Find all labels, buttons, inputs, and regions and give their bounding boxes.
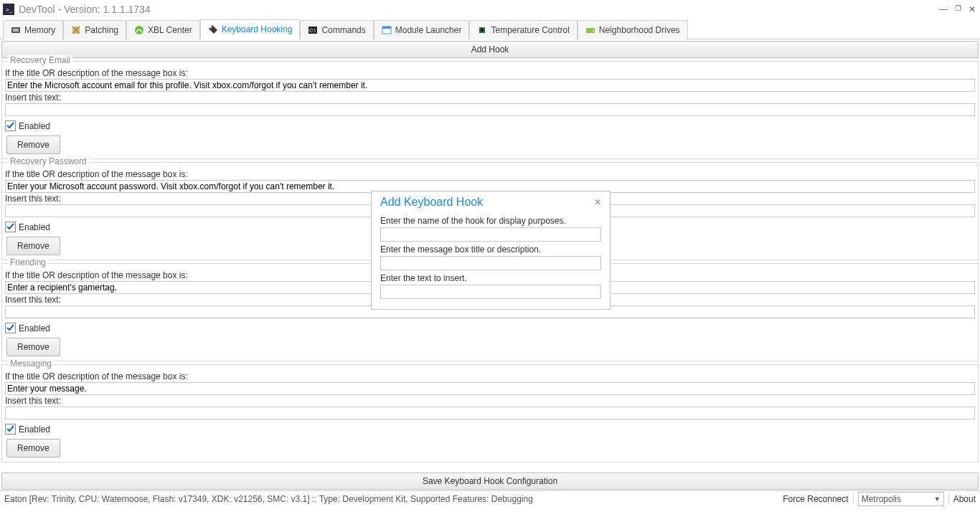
save-config-label: Save Keyboard Hook Configuration: [423, 476, 557, 486]
dialog-input-match[interactable]: [380, 256, 601, 270]
hook-title: Messaging: [8, 359, 54, 369]
svg-rect-10: [382, 27, 391, 29]
tab-module-launcher[interactable]: Module Launcher: [374, 20, 470, 39]
status-bar: Eaton [Rev: Trinity, CPU: Waternoose, Fl…: [0, 490, 980, 507]
tab-label: Commands: [321, 25, 365, 35]
dialog-close-icon[interactable]: ✕: [591, 197, 604, 207]
hook-title: Recovery Email: [8, 55, 72, 65]
svg-point-6: [209, 27, 211, 28]
dialog-label-name: Enter the name of the hook for display p…: [380, 216, 601, 226]
enabled-checkbox[interactable]: [5, 120, 16, 131]
insert-label: Insert this text:: [4, 92, 976, 103]
add-hook-label: Add Hook: [471, 44, 509, 54]
tab-xbl-center[interactable]: XBL Center: [126, 20, 200, 39]
combo-value: Metropolis: [862, 494, 901, 504]
svg-rect-3: [13, 29, 19, 32]
remove-button[interactable]: Remove: [6, 338, 60, 356]
add-hook-dialog: Add Keyboard Hook ✕ Enter the name of th…: [371, 191, 611, 310]
insert-label: Insert this text:: [4, 395, 976, 407]
tab-label: Module Launcher: [395, 25, 462, 35]
remove-button[interactable]: Remove: [6, 439, 60, 457]
condition-label: If the title OR description of the messa…: [4, 169, 976, 180]
commands-icon: C:\: [308, 25, 318, 35]
tab-patching[interactable]: Patching: [63, 20, 126, 39]
tab-label: Neighborhood Drives: [599, 25, 680, 35]
remove-button[interactable]: Remove: [6, 237, 60, 255]
svg-rect-12: [481, 29, 484, 32]
insert-input[interactable]: [5, 103, 975, 116]
condition-label: If the title OR description of the messa…: [4, 371, 976, 382]
tab-memory[interactable]: Memory: [3, 20, 63, 39]
match-input[interactable]: [5, 79, 975, 92]
enabled-label: Enabled: [19, 323, 50, 333]
app-icon: >_: [3, 4, 14, 15]
dialog-input-insert[interactable]: [380, 285, 601, 299]
svg-text:>_: >_: [6, 6, 13, 13]
hook-group: Messaging If the title OR description of…: [1, 364, 979, 462]
remove-button[interactable]: Remove: [6, 136, 60, 154]
enabled-checkbox[interactable]: [5, 222, 16, 232]
chevron-down-icon: ▼: [934, 495, 941, 503]
force-reconnect-link[interactable]: Force Reconnect: [783, 494, 848, 504]
xbox-icon: [134, 25, 144, 35]
memory-icon: [11, 25, 21, 35]
tab-label: Temperature Control: [491, 25, 569, 35]
window-title: DevTool - Version: 1.1.1.1734: [19, 4, 151, 15]
enabled-label: Enabled: [19, 121, 50, 131]
tab-commands[interactable]: C:\ Commands: [300, 20, 373, 39]
dialog-label-insert: Enter the text to insert.: [380, 273, 601, 283]
tab-temperature-control[interactable]: Temperature Control: [469, 20, 577, 39]
hook-title: Recovery Password: [8, 156, 89, 166]
maximize-icon[interactable]: ❐: [953, 4, 963, 14]
insert-input[interactable]: [5, 407, 975, 419]
enabled-checkbox[interactable]: [5, 424, 16, 435]
dialog-input-name[interactable]: [380, 227, 601, 242]
window-icon: [382, 25, 392, 35]
target-combo[interactable]: Metropolis ▼: [858, 492, 944, 506]
save-config-button[interactable]: Save Keyboard Hook Configuration: [1, 473, 979, 490]
tag-icon: [208, 24, 218, 34]
enabled-checkbox[interactable]: [5, 323, 16, 333]
tab-keyboard-hooking[interactable]: Keyboard Hooking: [200, 19, 301, 39]
close-icon[interactable]: ✕: [967, 4, 977, 14]
tab-label: Patching: [85, 25, 118, 35]
match-input[interactable]: [5, 382, 975, 395]
enabled-label: Enabled: [19, 424, 50, 435]
minimize-icon[interactable]: —: [938, 4, 948, 14]
status-text: Eaton [Rev: Trinity, CPU: Waternoose, Fl…: [4, 494, 533, 504]
enabled-label: Enabled: [19, 222, 50, 232]
tabstrip: Memory Patching XBL Center Keyboard Hook…: [0, 19, 980, 39]
hook-group: Recovery Email If the title OR descripti…: [1, 61, 979, 159]
add-hook-button[interactable]: Add Hook: [1, 41, 979, 58]
dialog-label-match: Enter the message box title or descripti…: [380, 245, 601, 255]
svg-point-14: [593, 30, 594, 32]
tab-neighborhood-drives[interactable]: Neighborhood Drives: [578, 20, 688, 39]
svg-text:C:\: C:\: [309, 28, 316, 33]
drive-icon: [585, 25, 595, 35]
patching-icon: [71, 25, 81, 35]
tab-label: XBL Center: [148, 25, 192, 35]
chip-icon: [477, 25, 487, 35]
about-link[interactable]: About: [953, 494, 976, 504]
condition-label: If the title OR description of the messa…: [4, 67, 976, 79]
hook-title: Friending: [8, 257, 48, 267]
dialog-title: Add Keyboard Hook: [380, 196, 483, 209]
tab-label: Memory: [24, 25, 55, 35]
tab-label: Keyboard Hooking: [222, 24, 293, 34]
